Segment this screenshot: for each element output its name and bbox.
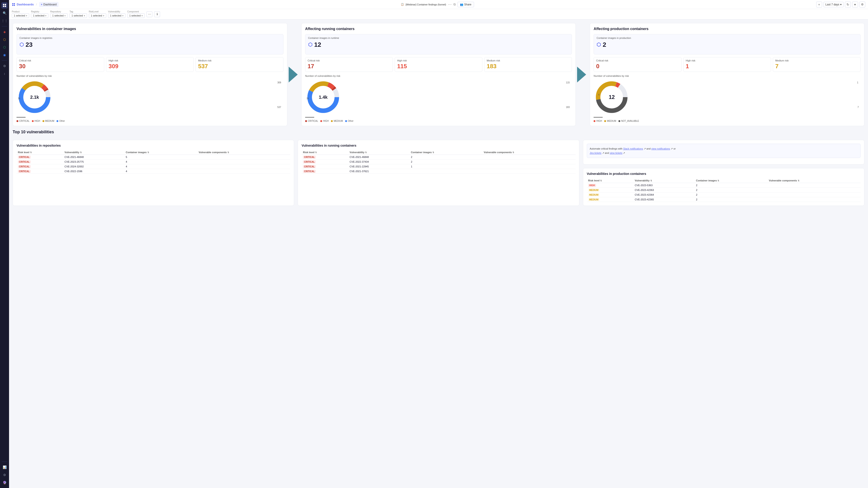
share-label: Share [464,3,471,6]
section1-annotation-left: 1k [18,97,20,100]
section3-donut: 12 [594,79,630,115]
sidebar-icon-user[interactable]: 🔮 [1,480,8,486]
cell-components [197,160,290,164]
topbar-actions: 📋 [Webinar] Container findings (funnel) … [401,2,474,7]
filter-registry-btn[interactable]: 1 selected ▾ [31,13,49,18]
sort-icon-p1: ⇅ [600,180,602,182]
table-running-title: Vulnerabilities in running containers [302,144,575,147]
sidebar-icon-grid[interactable]: ⋮⋮ [1,18,8,24]
risk-badge: CRITICAL [18,165,31,168]
dashboard-more-icon[interactable]: ⋯ [448,2,452,6]
filter-tag-btn[interactable]: 1 selected ▾ [69,13,87,18]
section2-medium-card: Medium risk 183 [484,57,572,72]
filter-risklevel-btn[interactable]: 1 selected ▾ [89,13,106,18]
filter-more-btn[interactable]: ⋯ [147,11,152,17]
sidebar-bottom: 📊 ⚙ 🔮 [1,461,8,486]
top10-title: Top 10 vulnerabilities [13,130,864,134]
sidebar-icon-settings2[interactable]: ↕ [1,70,8,77]
settings-button[interactable]: ⚙ [860,2,865,7]
svg-rect-2 [3,6,4,7]
cube-icon-3: ⬡ [596,42,601,48]
top10-header: Top 10 vulnerabilities [13,130,864,136]
legend3-high: HIGH [594,120,602,122]
refresh-button[interactable]: ↻ [845,2,851,7]
col-vulnerability-r[interactable]: Vulnerability ⇅ [348,150,410,155]
slack-notifications-link[interactable]: Slack notifications [623,147,643,150]
cell-components [483,160,576,164]
section3-critical-label: Critical risk [596,59,679,62]
col-container-images[interactable]: Container images ⇅ [124,150,197,155]
table-repos: Risk level ⇅ Vulnerability ⇅ Container i… [17,150,290,174]
add-button[interactable]: + [816,2,822,7]
sidebar-icon-search[interactable]: 🔍 [1,10,8,16]
sidebar-icon-app4[interactable]: ◉ [1,52,8,58]
sidebar-icon-chart[interactable]: 📊 [1,464,8,470]
col-container-images-r[interactable]: Container images ⇅ [410,150,483,155]
topbar-brand[interactable]: Dashboards [12,3,34,6]
sidebar-icon-app1[interactable]: ◈ [1,29,8,35]
view-tickets-link[interactable]: view tickets [610,152,622,154]
col-vulnerable-components-p[interactable]: Vulnerable components ⇅ [767,178,861,183]
col-container-images-p[interactable]: Container images ⇅ [694,178,767,183]
sidebar-icon-app3[interactable]: ⬡ [1,44,8,51]
jira-tickets-link[interactable]: Jira tickets [590,152,601,154]
legend3-not-available: NOT_AVAILABLE [618,120,639,122]
section3-high-value: 1 [686,63,769,70]
share-icon: 👥 [460,3,463,6]
expand-button[interactable]: ▾ [852,2,858,7]
filter-risklevel-label: RiskLevel [89,10,106,13]
filter-component-caret: ▾ [142,14,143,17]
col-vulnerable-components[interactable]: Vulnerable components ⇅ [197,150,290,155]
cell-vuln: CVE-2021-22945 [348,164,410,169]
arrow-svg-2 [577,66,588,84]
sort-icon-p2: ⇅ [650,180,652,182]
filter-repository-caret: ▾ [64,14,66,17]
sidebar-icon-dashboard[interactable] [1,2,8,8]
col-risk-level-p[interactable]: Risk level ⇅ [587,178,633,183]
col-risk-level-r[interactable]: Risk level ⇅ [302,150,348,155]
timerange-button[interactable]: Last 7 days ▾ [824,2,844,7]
sidebar-icon-app2[interactable]: ⬡ [1,36,8,43]
filter-vulnerability-btn[interactable]: 1 selected ▾ [108,13,125,18]
section3-donut-center: 12 [609,94,615,100]
filter-component-btn[interactable]: 1 selected ▾ [127,13,145,18]
cell-risk: CRITICAL [17,160,63,164]
section2-critical-value: 17 [308,63,391,70]
section3-legend: HIGH MEDIUM NOT_AVAILABLE [594,120,861,122]
sort-icon2: ⇅ [80,151,82,154]
col-vulnerable-components-r[interactable]: Vulnerable components ⇅ [483,150,576,155]
filter-repository-btn[interactable]: 1 selected ▾ [50,13,68,18]
table-row: CRITICAL CVE-2021-46848 5 [17,155,290,160]
filter-risklevel: RiskLevel 1 selected ▾ [89,10,106,18]
dashboard-copy-icon[interactable]: ⧉ [454,2,456,6]
table-row: CRITICAL CVE-2021-22945 1 [302,164,575,169]
cell-components [197,164,290,169]
legend1-medium-label: MEDIUM [45,120,55,122]
section1-chart-label: Number of vulnerabilities by risk [17,74,283,77]
filter-product-btn[interactable]: 1 selected ▾ [12,13,29,18]
section2-critical-label: Critical risk [308,59,391,62]
table-row: MEDIUM CVE-2023-42363 2 [587,188,861,193]
table-repos-title: Vulnerabilities in repositories [17,144,290,147]
sidebar-icon-settings1[interactable]: ⚙ [1,63,8,69]
cell-images: 4 [124,169,197,174]
risk-badge: MEDIUM [588,189,600,192]
filter-info-btn[interactable]: ℹ [154,11,160,17]
share-button[interactable]: 👥 Share [458,2,474,7]
filter-risklevel-caret: ▾ [103,14,104,17]
dashboard-file-icon: 📋 [401,3,404,6]
legend1-other: Other [57,120,65,122]
legend3-medium-label: MEDIUM [607,120,616,122]
topbar-tab-new[interactable]: + Dashboard [39,2,59,7]
dot-critical [17,120,18,122]
view-notifications-link[interactable]: view notifications [651,147,670,150]
cell-images: 2 [694,197,767,202]
sidebar-icon-gear[interactable]: ⚙ [1,472,8,478]
filter-registry: Registry 1 selected ▾ [31,10,49,18]
cell-images: 2 [694,183,767,188]
section2-container-label: Container images in runtime [308,37,569,39]
table-production-body: HIGH CVE-2023-5363 2 MEDIUM CVE-2023-423… [587,183,861,202]
col-vulnerability-p[interactable]: Vulnerability ⇅ [633,178,694,183]
col-vulnerability[interactable]: Vulnerability ⇅ [63,150,124,155]
col-risk-level[interactable]: Risk level ⇅ [17,150,63,155]
